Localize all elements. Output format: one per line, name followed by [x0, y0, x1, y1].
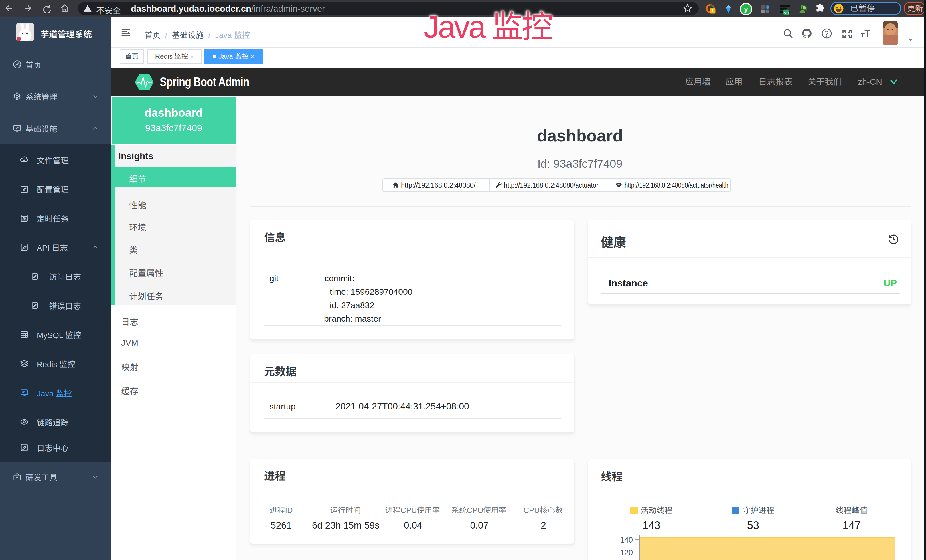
svg-text:on: on: [784, 10, 788, 15]
svg-text:1: 1: [711, 9, 714, 13]
